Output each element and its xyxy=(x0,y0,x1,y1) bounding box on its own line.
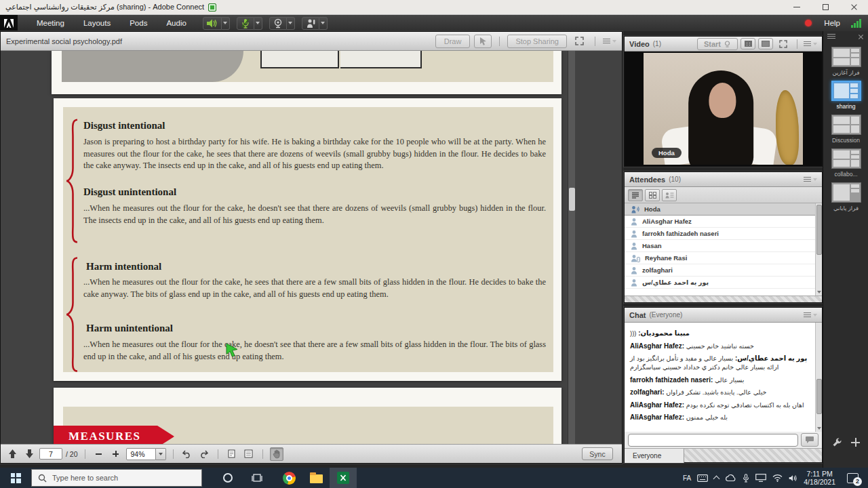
chat-input[interactable] xyxy=(628,434,798,447)
cortana-button[interactable] xyxy=(213,468,243,488)
display-cast-icon[interactable] xyxy=(755,474,766,482)
attendee-row[interactable]: Reyhane Rasi xyxy=(625,252,822,264)
taskbar-search[interactable]: Type here to search xyxy=(31,469,202,487)
tray-microphone-icon[interactable] xyxy=(743,474,749,483)
attendee-row[interactable]: پور يه احمد عطاي/س xyxy=(625,277,822,289)
webcam-dropdown[interactable] xyxy=(287,17,295,30)
share-pod-menu-button[interactable] xyxy=(603,39,616,43)
layout-item-opening[interactable]: فراز آغازين xyxy=(823,47,868,76)
close-button[interactable] xyxy=(840,0,868,15)
attendee-row[interactable]: farrokh fathizadeh naseri xyxy=(625,228,822,240)
chat-message: AliAsghar Hafez: اهان بله به اكتساب تصاد… xyxy=(630,401,814,409)
chrome-taskbar-button[interactable] xyxy=(275,468,302,488)
video-pod: Video (1) Start Hoda xyxy=(624,36,823,167)
speaker-button[interactable] xyxy=(203,17,222,30)
menu-meeting[interactable]: Meeting xyxy=(27,19,74,27)
scroll-down-arrow[interactable] xyxy=(817,291,821,293)
document-scrollbar-thumb[interactable] xyxy=(569,188,575,211)
layout-item-closing[interactable]: فراز پاياني xyxy=(823,182,868,211)
start-button[interactable] xyxy=(0,468,31,488)
stop-sharing-button[interactable]: Stop Sharing xyxy=(507,35,567,48)
tab-everyone[interactable]: Everyone xyxy=(625,449,684,463)
microphone-button[interactable] xyxy=(237,17,254,30)
rotate-left-button[interactable] xyxy=(180,447,194,461)
task-view-icon xyxy=(252,473,262,483)
file-explorer-taskbar-button[interactable] xyxy=(302,468,330,488)
attendees-pod-menu-button[interactable] xyxy=(804,177,817,182)
zoom-dropdown[interactable] xyxy=(156,448,166,460)
webcam-button[interactable] xyxy=(269,17,287,30)
video-fullscreen-button[interactable] xyxy=(776,38,791,49)
attendee-list-view-button[interactable] xyxy=(628,189,643,201)
zoom-in-button[interactable] xyxy=(109,447,123,461)
zoom-out-button[interactable] xyxy=(92,447,106,461)
pan-tool-button[interactable] xyxy=(270,447,283,461)
layout-item-collaboration[interactable]: collabo... xyxy=(823,148,868,178)
previous-page-button[interactable] xyxy=(5,447,19,461)
document-scrollbar[interactable] xyxy=(568,51,575,445)
raise-hand-dropdown[interactable] xyxy=(319,17,328,30)
cortana-icon xyxy=(223,473,233,483)
pointer-button[interactable] xyxy=(474,35,492,48)
chat-messages: مبينا محموديان: ((( AliAsghar Hafez: خست… xyxy=(625,323,822,432)
layouts-menu-icon[interactable] xyxy=(827,34,835,39)
task-view-button[interactable] xyxy=(243,468,271,488)
speaker-dropdown[interactable] xyxy=(222,17,230,30)
attendees-pod-title: Attendees xyxy=(629,176,665,184)
menu-layouts[interactable]: Layouts xyxy=(74,19,120,27)
layouts-close-icon[interactable] xyxy=(858,34,864,40)
page-number-input[interactable] xyxy=(39,448,62,460)
send-message-button[interactable] xyxy=(801,433,818,447)
zoom-level-value[interactable]: 94% xyxy=(126,448,156,460)
menu-help[interactable]: Help xyxy=(824,19,840,27)
onedrive-icon[interactable] xyxy=(725,474,736,482)
layout-item-sharing[interactable]: sharing xyxy=(823,81,868,110)
wifi-icon[interactable] xyxy=(772,474,783,482)
excel-taskbar-button[interactable] xyxy=(330,468,357,488)
add-layout-icon[interactable] xyxy=(851,438,860,447)
volume-icon[interactable] xyxy=(789,474,797,482)
next-page-button[interactable] xyxy=(22,447,36,461)
page-width-view-button[interactable] xyxy=(242,447,256,461)
rotate-right-button[interactable] xyxy=(197,447,211,461)
attendee-grid-view-button[interactable] xyxy=(645,189,660,201)
attendees-scrollbar-thumb[interactable] xyxy=(816,205,822,255)
raise-hand-button[interactable] xyxy=(302,17,319,30)
menu-pods[interactable]: Pods xyxy=(120,19,157,27)
minimize-icon xyxy=(793,7,800,7)
fullscreen-button[interactable] xyxy=(571,35,587,48)
attendee-row[interactable]: zolfaghari xyxy=(625,264,822,277)
video-feed[interactable]: Hoda xyxy=(625,52,822,166)
maximize-button[interactable] xyxy=(811,0,840,15)
attendee-row[interactable]: Hasan xyxy=(625,240,822,252)
filmstrip-view-button[interactable] xyxy=(758,38,773,49)
draw-button[interactable]: Draw xyxy=(435,35,471,48)
sync-button[interactable]: Sync xyxy=(582,447,613,460)
wrench-icon[interactable] xyxy=(832,437,842,447)
start-webcam-button[interactable]: Start xyxy=(697,38,738,50)
microphone-dropdown[interactable] xyxy=(254,17,262,30)
attendee-status-view-button[interactable] xyxy=(662,189,677,201)
layout-item-discussion[interactable]: Discussion xyxy=(823,115,868,144)
section-body: ...When he measures out the flour for th… xyxy=(83,339,546,363)
attendees-resize-handle[interactable] xyxy=(625,296,822,302)
keyboard-icon[interactable] xyxy=(697,474,708,482)
attendee-row[interactable]: Hoda xyxy=(625,203,822,216)
attendee-row[interactable]: AliAsghar Hafez xyxy=(625,216,822,228)
scroll-down-arrow[interactable] xyxy=(817,427,821,430)
minimize-button[interactable] xyxy=(783,0,811,15)
attendees-scrollbar[interactable] xyxy=(815,203,822,296)
video-pod-menu-button[interactable] xyxy=(804,41,817,46)
menu-audio[interactable]: Audio xyxy=(157,19,195,27)
chat-pod-menu-button[interactable] xyxy=(804,312,817,317)
grid-view-button[interactable] xyxy=(741,38,755,49)
single-page-view-button[interactable] xyxy=(225,447,239,461)
taskbar-clock[interactable]: 7:11 PM 4/18/2021 xyxy=(804,470,835,486)
action-center-button[interactable]: 2 xyxy=(847,473,859,483)
language-indicator[interactable]: FA xyxy=(683,474,691,482)
chat-scrollbar-thumb[interactable] xyxy=(816,379,822,414)
connection-status-icon[interactable] xyxy=(851,19,861,28)
tray-expand-icon[interactable] xyxy=(713,476,720,483)
chat-scrollbar[interactable] xyxy=(815,323,822,432)
document-view[interactable]: Disgust intentional Jason is preparing t… xyxy=(1,51,622,445)
